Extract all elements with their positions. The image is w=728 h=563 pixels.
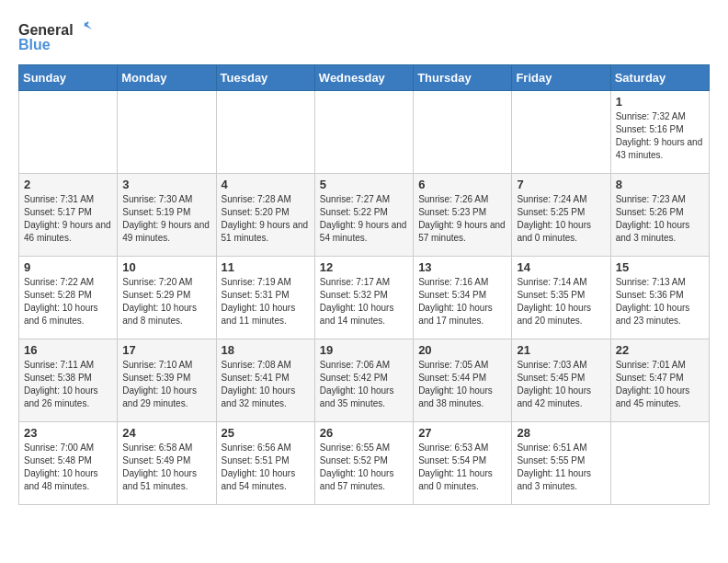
day-number: 15 bbox=[616, 260, 704, 274]
day-number: 14 bbox=[517, 260, 605, 274]
calendar-day-cell: 12Sunrise: 7:17 AM Sunset: 5:32 PM Dayli… bbox=[314, 257, 413, 339]
day-info: Sunrise: 7:00 AM Sunset: 5:48 PM Dayligh… bbox=[24, 442, 112, 493]
weekday-header: Monday bbox=[118, 65, 216, 91]
weekday-header: Sunday bbox=[19, 65, 118, 91]
calendar-day-cell: 27Sunrise: 6:53 AM Sunset: 5:54 PM Dayli… bbox=[414, 422, 512, 505]
day-number: 21 bbox=[517, 343, 605, 357]
day-info: Sunrise: 7:32 AM Sunset: 5:16 PM Dayligh… bbox=[616, 110, 704, 162]
day-info: Sunrise: 7:08 AM Sunset: 5:41 PM Dayligh… bbox=[222, 359, 310, 410]
day-info: Sunrise: 7:03 AM Sunset: 5:45 PM Dayligh… bbox=[517, 359, 605, 410]
day-number: 5 bbox=[320, 178, 408, 191]
day-info: Sunrise: 7:30 AM Sunset: 5:19 PM Dayligh… bbox=[122, 193, 210, 245]
calendar-day-cell: 7Sunrise: 7:24 AM Sunset: 5:25 PM Daylig… bbox=[512, 174, 610, 257]
day-number: 25 bbox=[222, 426, 310, 440]
calendar-day-cell bbox=[314, 91, 413, 174]
day-number: 4 bbox=[222, 178, 310, 191]
weekday-header: Saturday bbox=[610, 65, 709, 91]
calendar-day-cell: 14Sunrise: 7:14 AM Sunset: 5:35 PM Dayli… bbox=[512, 257, 610, 339]
day-info: Sunrise: 6:53 AM Sunset: 5:54 PM Dayligh… bbox=[418, 442, 506, 493]
calendar-day-cell: 22Sunrise: 7:01 AM Sunset: 5:47 PM Dayli… bbox=[610, 339, 709, 422]
calendar-day-cell: 24Sunrise: 6:58 AM Sunset: 5:49 PM Dayli… bbox=[118, 422, 216, 505]
day-info: Sunrise: 7:26 AM Sunset: 5:23 PM Dayligh… bbox=[418, 193, 506, 245]
calendar-day-cell: 8Sunrise: 7:23 AM Sunset: 5:26 PM Daylig… bbox=[610, 174, 709, 257]
day-number: 8 bbox=[616, 178, 704, 191]
day-number: 13 bbox=[418, 260, 506, 274]
calendar-day-cell: 11Sunrise: 7:19 AM Sunset: 5:31 PM Dayli… bbox=[216, 257, 314, 339]
day-info: Sunrise: 7:11 AM Sunset: 5:38 PM Dayligh… bbox=[24, 359, 112, 410]
calendar-day-cell: 18Sunrise: 7:08 AM Sunset: 5:41 PM Dayli… bbox=[216, 339, 314, 422]
day-number: 16 bbox=[24, 343, 112, 357]
day-info: Sunrise: 7:19 AM Sunset: 5:31 PM Dayligh… bbox=[222, 276, 310, 327]
day-info: Sunrise: 7:20 AM Sunset: 5:29 PM Dayligh… bbox=[122, 276, 210, 327]
svg-text:Blue: Blue bbox=[18, 37, 51, 52]
day-number: 1 bbox=[616, 95, 704, 109]
day-number: 17 bbox=[122, 343, 210, 357]
calendar-day-cell: 9Sunrise: 7:22 AM Sunset: 5:28 PM Daylig… bbox=[19, 257, 118, 339]
day-number: 28 bbox=[517, 426, 605, 440]
page-header: General Blue bbox=[18, 18, 710, 55]
day-number: 3 bbox=[122, 178, 210, 191]
calendar-day-cell: 17Sunrise: 7:10 AM Sunset: 5:39 PM Dayli… bbox=[118, 339, 216, 422]
calendar-table: SundayMondayTuesdayWednesdayThursdayFrid… bbox=[18, 64, 710, 505]
weekday-header: Wednesday bbox=[314, 65, 413, 91]
calendar-week-row: 23Sunrise: 7:00 AM Sunset: 5:48 PM Dayli… bbox=[19, 422, 710, 505]
day-info: Sunrise: 7:06 AM Sunset: 5:42 PM Dayligh… bbox=[320, 359, 408, 410]
calendar-day-cell: 3Sunrise: 7:30 AM Sunset: 5:19 PM Daylig… bbox=[118, 174, 216, 257]
calendar-day-cell: 16Sunrise: 7:11 AM Sunset: 5:38 PM Dayli… bbox=[19, 339, 118, 422]
calendar-day-cell bbox=[512, 91, 610, 174]
calendar-day-cell: 10Sunrise: 7:20 AM Sunset: 5:29 PM Dayli… bbox=[118, 257, 216, 339]
calendar-day-cell bbox=[610, 422, 709, 505]
day-number: 11 bbox=[222, 260, 310, 274]
svg-text:General: General bbox=[18, 22, 74, 38]
day-info: Sunrise: 6:55 AM Sunset: 5:52 PM Dayligh… bbox=[320, 442, 408, 493]
calendar-day-cell bbox=[19, 91, 118, 174]
day-info: Sunrise: 7:23 AM Sunset: 5:26 PM Dayligh… bbox=[616, 193, 704, 245]
day-info: Sunrise: 7:13 AM Sunset: 5:36 PM Dayligh… bbox=[616, 276, 704, 327]
day-number: 9 bbox=[24, 260, 112, 274]
day-info: Sunrise: 7:27 AM Sunset: 5:22 PM Dayligh… bbox=[320, 193, 408, 245]
calendar-day-cell: 21Sunrise: 7:03 AM Sunset: 5:45 PM Dayli… bbox=[512, 339, 610, 422]
calendar-day-cell: 23Sunrise: 7:00 AM Sunset: 5:48 PM Dayli… bbox=[19, 422, 118, 505]
day-number: 26 bbox=[320, 426, 408, 440]
day-info: Sunrise: 7:22 AM Sunset: 5:28 PM Dayligh… bbox=[24, 276, 112, 327]
day-number: 23 bbox=[24, 426, 112, 440]
day-info: Sunrise: 6:56 AM Sunset: 5:51 PM Dayligh… bbox=[222, 442, 310, 493]
weekday-header: Tuesday bbox=[216, 65, 314, 91]
calendar-day-cell: 19Sunrise: 7:06 AM Sunset: 5:42 PM Dayli… bbox=[314, 339, 413, 422]
day-info: Sunrise: 6:51 AM Sunset: 5:55 PM Dayligh… bbox=[517, 442, 605, 493]
day-number: 2 bbox=[24, 178, 112, 191]
day-info: Sunrise: 7:28 AM Sunset: 5:20 PM Dayligh… bbox=[222, 193, 310, 245]
calendar-day-cell: 1Sunrise: 7:32 AM Sunset: 5:16 PM Daylig… bbox=[610, 91, 709, 174]
calendar-header-row: SundayMondayTuesdayWednesdayThursdayFrid… bbox=[19, 65, 710, 91]
day-info: Sunrise: 7:31 AM Sunset: 5:17 PM Dayligh… bbox=[24, 193, 112, 245]
calendar-week-row: 1Sunrise: 7:32 AM Sunset: 5:16 PM Daylig… bbox=[19, 91, 710, 174]
calendar-day-cell: 2Sunrise: 7:31 AM Sunset: 5:17 PM Daylig… bbox=[19, 174, 118, 257]
calendar-day-cell: 6Sunrise: 7:26 AM Sunset: 5:23 PM Daylig… bbox=[414, 174, 512, 257]
day-number: 19 bbox=[320, 343, 408, 357]
day-info: Sunrise: 7:24 AM Sunset: 5:25 PM Dayligh… bbox=[517, 193, 605, 245]
calendar-day-cell: 28Sunrise: 6:51 AM Sunset: 5:55 PM Dayli… bbox=[512, 422, 610, 505]
day-info: Sunrise: 7:01 AM Sunset: 5:47 PM Dayligh… bbox=[616, 359, 704, 410]
weekday-header: Friday bbox=[512, 65, 610, 91]
calendar-week-row: 2Sunrise: 7:31 AM Sunset: 5:17 PM Daylig… bbox=[19, 174, 710, 257]
day-number: 6 bbox=[418, 178, 506, 191]
day-number: 27 bbox=[418, 426, 506, 440]
day-number: 22 bbox=[616, 343, 704, 357]
calendar-day-cell: 5Sunrise: 7:27 AM Sunset: 5:22 PM Daylig… bbox=[314, 174, 413, 257]
calendar-day-cell bbox=[118, 91, 216, 174]
day-info: Sunrise: 7:05 AM Sunset: 5:44 PM Dayligh… bbox=[418, 359, 506, 410]
calendar-week-row: 9Sunrise: 7:22 AM Sunset: 5:28 PM Daylig… bbox=[19, 257, 710, 339]
calendar-day-cell bbox=[216, 91, 314, 174]
day-info: Sunrise: 7:17 AM Sunset: 5:32 PM Dayligh… bbox=[320, 276, 408, 327]
calendar-day-cell: 26Sunrise: 6:55 AM Sunset: 5:52 PM Dayli… bbox=[314, 422, 413, 505]
day-info: Sunrise: 7:14 AM Sunset: 5:35 PM Dayligh… bbox=[517, 276, 605, 327]
calendar-day-cell: 13Sunrise: 7:16 AM Sunset: 5:34 PM Dayli… bbox=[414, 257, 512, 339]
calendar-day-cell: 20Sunrise: 7:05 AM Sunset: 5:44 PM Dayli… bbox=[414, 339, 512, 422]
logo: General Blue bbox=[18, 18, 92, 55]
calendar-week-row: 16Sunrise: 7:11 AM Sunset: 5:38 PM Dayli… bbox=[19, 339, 710, 422]
day-number: 12 bbox=[320, 260, 408, 274]
day-number: 24 bbox=[122, 426, 210, 440]
day-info: Sunrise: 7:16 AM Sunset: 5:34 PM Dayligh… bbox=[418, 276, 506, 327]
calendar-day-cell: 4Sunrise: 7:28 AM Sunset: 5:20 PM Daylig… bbox=[216, 174, 314, 257]
day-info: Sunrise: 6:58 AM Sunset: 5:49 PM Dayligh… bbox=[122, 442, 210, 493]
